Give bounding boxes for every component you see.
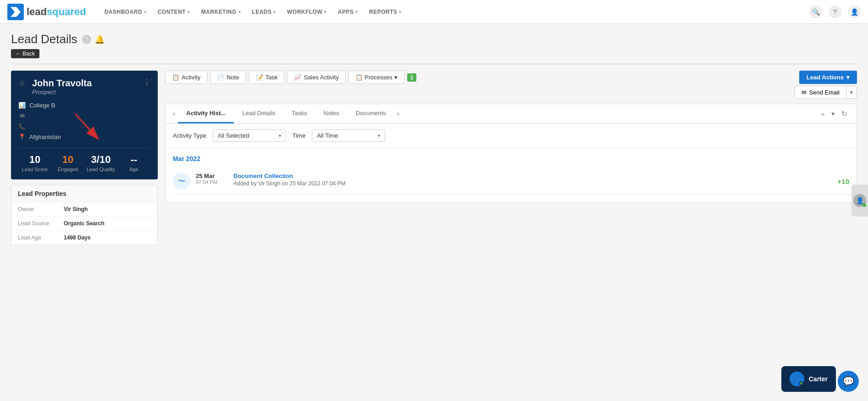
org-icon: 📊: [18, 102, 26, 109]
chevron-down-icon: ▾: [238, 10, 241, 14]
nav-right: 🔍 ? 👤: [809, 6, 861, 18]
badge-count[interactable]: 1: [407, 73, 417, 82]
left-panel: ☆ John Travolta Prospect ⋮ 📊 College B ✉: [11, 71, 158, 245]
refresh-button[interactable]: ↻: [840, 108, 849, 120]
activity-content: Document Collection Added by Vir Singh o…: [233, 173, 832, 187]
page-header-icons: ? 🔔: [82, 35, 104, 44]
tab-lead-details[interactable]: Lead Details: [234, 104, 283, 123]
add-tab-button[interactable]: +: [819, 108, 827, 120]
send-email-dropdown-button[interactable]: ▾: [846, 86, 857, 99]
side-avatar-panel[interactable]: 👤: [851, 184, 868, 217]
profile-stats: 10 Lead Score 10 Engaged 3/10 Lead Quali…: [18, 148, 150, 172]
stat-lead-quality: 3/10 Lead Quality: [84, 154, 117, 172]
search-button[interactable]: 🔍: [809, 6, 822, 18]
share-icon[interactable]: ⋮: [143, 78, 150, 87]
processes-button[interactable]: 📋 Processes ▾: [348, 71, 404, 84]
activity-icon-wrap: 〜: [173, 173, 190, 190]
logo-icon: [7, 4, 24, 20]
page-title: Lead Details: [11, 32, 77, 46]
stat-lead-score-value: 10: [18, 154, 51, 166]
page-header: Lead Details ? 🔔: [11, 32, 857, 46]
prop-lead-source-value: Organic Search: [64, 220, 105, 227]
chevron-down-icon: ▾: [399, 10, 402, 14]
note-button[interactable]: 📄 Note: [210, 71, 246, 84]
activity-type-value: All Selected: [218, 132, 249, 139]
lead-actions-button[interactable]: Lead Actions ▾: [799, 71, 857, 84]
logo-lead-text: lead: [27, 6, 47, 17]
tab-activity-history[interactable]: Activity Hist...: [178, 104, 234, 123]
stat-lead-score-label: Lead Score: [18, 167, 51, 172]
page-help-icon[interactable]: ?: [82, 35, 91, 44]
prop-lead-age-label: Lead Age: [18, 234, 64, 241]
prop-owner: Owner Vir Singh: [11, 202, 157, 217]
nav-content[interactable]: CONTENT ▾: [153, 0, 195, 24]
chat-bubble-button[interactable]: 💬: [838, 371, 859, 392]
sales-activity-button[interactable]: 📈 Sales Activity: [287, 71, 346, 84]
lead-properties-title: Lead Properties: [11, 185, 157, 202]
time-select[interactable]: All Time ▾: [312, 129, 385, 142]
stat-engaged: 10 Engaged: [51, 154, 84, 172]
chevron-down-icon: ▾: [378, 133, 380, 138]
tab-next-button[interactable]: ›: [394, 105, 402, 123]
time-label: Time: [293, 132, 305, 139]
nav-apps[interactable]: APPS ▾: [333, 0, 363, 24]
right-panel: 📋 Activity 📄 Note 📝 Task 📈 Sales Activit…: [165, 71, 857, 245]
bell-icon[interactable]: 🔔: [95, 35, 104, 44]
send-email-button[interactable]: ✉ Send Email: [795, 86, 846, 99]
prop-lead-source: Lead Source Organic Search: [11, 217, 157, 231]
nav-reports[interactable]: REPORTS ▾: [365, 0, 406, 24]
tab-tasks[interactable]: Tasks: [284, 104, 315, 123]
carter-avatar: 👤: [790, 372, 804, 386]
carter-name: Carter: [809, 375, 828, 383]
star-icon[interactable]: ☆: [18, 78, 26, 88]
chevron-down-icon: ▾: [355, 10, 358, 14]
lead-properties-panel: Lead Properties Owner Vir Singh Lead Sou…: [11, 185, 158, 245]
nav-marketing[interactable]: MARKETING ▾: [197, 0, 246, 24]
activity-type-select[interactable]: All Selected ▾: [213, 129, 286, 142]
tabs-header: ‹ Activity Hist... Lead Details Tasks No…: [166, 104, 857, 124]
activity-title[interactable]: Document Collection: [233, 173, 832, 179]
activity-score: +10: [838, 178, 849, 185]
carter-widget[interactable]: 👤 Carter: [781, 366, 836, 392]
side-avatar-circle: 👤: [853, 194, 866, 207]
processes-icon: 📋: [355, 74, 363, 81]
page-wrapper: Lead Details ? 🔔 ← Back ☆ John Travolta …: [0, 24, 868, 401]
prop-owner-label: Owner: [18, 206, 64, 212]
back-button[interactable]: ← Back: [11, 49, 39, 58]
activity-icon: 📋: [172, 74, 179, 81]
activity-day: 25 Mar: [196, 173, 228, 179]
nav-workflow[interactable]: WORKFLOW ▾: [282, 0, 332, 24]
navbar: leadsquared DASHBOARD ▾ CONTENT ▾ MARKET…: [0, 0, 868, 24]
profile-name: John Travolta: [32, 78, 92, 89]
time-value: All Time: [317, 132, 338, 139]
logo-squared-text: squared: [47, 6, 86, 17]
main-layout: ☆ John Travolta Prospect ⋮ 📊 College B ✉: [11, 71, 857, 245]
task-button[interactable]: 📝 Task: [249, 71, 285, 84]
profile-top: ☆ John Travolta Prospect ⋮: [18, 78, 150, 95]
month-label: Mar 2022: [173, 155, 849, 162]
prop-lead-source-label: Lead Source: [18, 220, 64, 227]
stat-age: -- Age: [117, 154, 150, 172]
tab-documents[interactable]: Documents: [348, 104, 394, 123]
stat-engaged-label: Engaged: [51, 167, 84, 172]
logo[interactable]: leadsquared: [7, 4, 86, 20]
chevron-down-icon: ▾: [144, 10, 147, 14]
activity-button[interactable]: 📋 Activity: [165, 71, 207, 84]
task-icon: 📝: [256, 74, 263, 81]
profile-location: Afghanistan: [29, 134, 61, 140]
profile-org: College B: [29, 102, 55, 109]
tab-prev-button[interactable]: ‹: [170, 105, 178, 123]
stat-lead-quality-value: 3/10: [84, 154, 117, 166]
activity-body: Mar 2022 〜 25 Mar 07:04 PM Document Coll…: [166, 148, 857, 202]
nav-leads[interactable]: LEADS ▾: [247, 0, 281, 24]
nav-dashboard[interactable]: DASHBOARD ▾: [100, 0, 151, 24]
profile-location-row: 📍 Afghanistan: [18, 132, 150, 142]
help-button[interactable]: ?: [829, 6, 841, 18]
carter-online-dot: [799, 381, 803, 385]
chevron-down-icon: ▾: [279, 133, 281, 138]
online-indicator: [862, 203, 866, 207]
activity-date: 25 Mar 07:04 PM: [196, 173, 228, 185]
user-avatar-button[interactable]: 👤: [848, 6, 861, 18]
tab-dropdown-button[interactable]: ▾: [829, 108, 837, 120]
tab-notes[interactable]: Notes: [315, 104, 348, 123]
